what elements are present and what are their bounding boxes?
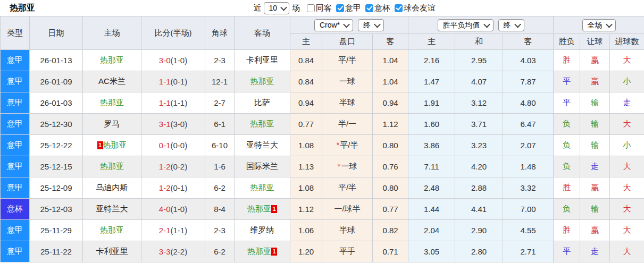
away-team-cell: 热那亚1 [235, 199, 290, 220]
odds-win: 2.16 [408, 50, 455, 71]
table-row: 意甲26-01-09AC米兰1-1(0-1)12-1热那亚0.84一球1.041… [1, 71, 644, 92]
league-cell: 意甲 [1, 92, 30, 114]
league-cell: 意甲 [1, 241, 30, 262]
ah-away-odds: 0.76 [373, 156, 408, 177]
odds-lose: 7.87 [503, 71, 554, 92]
odds-lose: 2.71 [503, 241, 554, 262]
home-team-cell: 热那亚 [83, 156, 141, 177]
first-leg-badge: 1 [271, 205, 277, 213]
goals-outcome: 大 [623, 119, 631, 128]
odds-draw: 3.71 [455, 114, 503, 135]
goals-outcome-cell: 走 [610, 92, 644, 114]
goals-outcome: 大 [623, 55, 631, 64]
home-team-name: 乌迪内斯 [96, 183, 128, 192]
score-cell: 1-1(1-1) [141, 92, 205, 114]
result-outcome-cell: 负 [554, 135, 580, 156]
odds-win: 2.48 [408, 177, 455, 199]
col-header-type: 类型 [1, 16, 30, 50]
away-team-cell: 亚特兰大 [235, 135, 290, 156]
table-row: 意甲26-01-03热那亚1-1(1-1)2-7比萨0.94半球0.941.91… [1, 92, 644, 114]
subcol-ah-away: 客 [373, 34, 408, 50]
handicap-outcome-cell: 走 [580, 156, 610, 177]
ah-away-odds: 0.80 [373, 177, 408, 199]
away-team-cell: 热那亚 [235, 71, 290, 92]
ah-line-cell: 平手 [322, 241, 373, 262]
fulltime-score: 1-1 [159, 77, 171, 86]
ah-line-cell: 平/半 [322, 177, 373, 199]
goals-outcome-cell: 小 [610, 71, 644, 92]
table-row: 意甲25-12-30罗马3-1(3-0)6-1热那亚0.77半/一1.121.6… [1, 114, 644, 135]
odds-draw: 4.20 [455, 156, 503, 177]
odds-lose: 3.32 [503, 177, 554, 199]
odds-final-select[interactable]: 终 [498, 19, 524, 31]
home-team-name: 卡利亚里 [96, 247, 128, 256]
full-match-select[interactable]: 全场 [582, 19, 616, 31]
subcol-odds-lose: 客 [503, 34, 554, 50]
ah-line-cell: 半球 [322, 92, 373, 114]
league-badge: 意杯 [1, 199, 29, 219]
odds-win: 1.60 [408, 114, 455, 135]
away-team-name: 比萨 [254, 98, 270, 107]
home-team-cell: 1热那亚 [83, 135, 141, 156]
checkbox-checked-icon[interactable] [336, 4, 344, 12]
ah-home-odds: 0.84 [290, 71, 322, 92]
ah-line: 一球 [339, 77, 355, 86]
checkbox-unchecked-icon[interactable] [307, 4, 315, 12]
handicap-outcome: 输 [591, 119, 599, 128]
subcol-ah-line: 盘口 [322, 34, 373, 50]
halftime-score: (2-2) [171, 247, 188, 256]
near-count-select[interactable]: 10 [264, 2, 289, 14]
ah-home-odds: 1.06 [290, 220, 322, 241]
handicap-outcome: 输 [591, 98, 599, 107]
ah-home-odds: 0.94 [290, 92, 322, 114]
chevron-down-icon [280, 4, 287, 11]
bookmaker-select[interactable]: Crow* [314, 19, 353, 31]
filter-checkbox-label: 意甲 [345, 3, 361, 13]
ah-home-odds: 1.08 [290, 177, 322, 199]
subcol-handicap-result: 让球 [580, 34, 610, 50]
odds-win: 1.47 [408, 71, 455, 92]
result-outcome: 平 [563, 247, 571, 256]
checkbox-checked-icon[interactable] [395, 4, 403, 12]
ah-line: 平手 [339, 247, 355, 256]
league-cell: 意甲 [1, 135, 30, 156]
corner-score: 2-7 [205, 92, 235, 114]
odds-lose: 2.07 [503, 135, 554, 156]
fulltime-score: 3-1 [159, 120, 171, 129]
home-team-cell: AC米兰 [83, 71, 141, 92]
result-outcome-cell: 胜 [554, 177, 580, 199]
filter-checkbox-item: 同客 [307, 3, 332, 13]
away-team-name: 热那亚 [247, 204, 271, 213]
halftime-score: (1-0) [171, 205, 188, 214]
handicap-outcome-cell: 赢 [580, 50, 610, 71]
score-cell: 2-1(1-1) [141, 220, 205, 241]
ah-line-cell: *平/半 [322, 135, 373, 156]
subcol-result: 胜负 [554, 34, 580, 50]
result-outcome: 负 [563, 119, 571, 128]
goals-outcome-cell: 大 [610, 199, 644, 220]
home-team-name: 亚特兰大 [96, 204, 128, 213]
corner-score: 6-10 [205, 135, 235, 156]
checkbox-checked-icon[interactable] [365, 4, 373, 12]
ah-line-cell: 一/球半 [322, 199, 373, 220]
chevron-down-icon [374, 21, 381, 28]
match-date: 26-01-13 [30, 50, 83, 71]
ah-line: 平/半 [338, 183, 356, 192]
handicap-outcome: 输 [591, 204, 599, 213]
goals-outcome: 大 [623, 225, 631, 234]
league-badge: 意甲 [1, 92, 29, 113]
away-team-name: 热那亚 [250, 183, 274, 192]
first-leg-badge: 1 [97, 141, 103, 149]
handicap-outcome-cell: 赢 [580, 177, 610, 199]
filter-checkbox-item: 意甲 [336, 3, 361, 13]
match-date: 25-12-09 [30, 177, 83, 199]
league-cell: 意甲 [1, 156, 30, 177]
odds-win: 3.05 [408, 241, 455, 262]
odds-average-select[interactable]: 胜平负均值 [438, 19, 494, 31]
odds-win: 1.44 [408, 199, 455, 220]
result-select-group: 全场 [554, 16, 644, 34]
ah-line: 平/半 [338, 55, 356, 64]
result-outcome: 平 [563, 98, 571, 107]
handicap-final-select[interactable]: 终 [358, 19, 384, 31]
away-team-name: 亚特兰大 [246, 140, 278, 149]
